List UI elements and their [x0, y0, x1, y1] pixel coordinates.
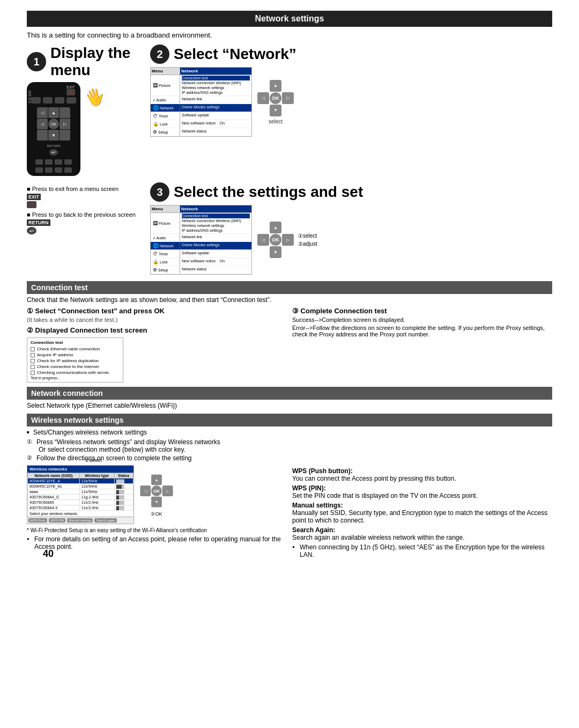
wireless-ok-label: ②OK — [151, 511, 162, 517]
step1-block: 1 Display the menu MENU EXIT ✕ — [27, 45, 139, 176]
network-connection-header: Network connection — [27, 387, 552, 400]
page-title: Network settings — [27, 11, 552, 27]
search-again-item: Search Again: Search again an available … — [292, 526, 552, 541]
menu-panel-step3: Menu Network 🖼Picture Connection test Ne… — [150, 205, 252, 275]
wireless-select-label: ①select — [85, 458, 102, 463]
wireless-footer-note: * Wi-Fi Protected Setup is an easy setti… — [27, 527, 287, 533]
connection-test-screen: Connection test Check Ethernet cable con… — [27, 337, 123, 383]
manual-settings-item: Manual settings: Manually set SSID, Secu… — [292, 502, 552, 524]
remote-control: MENU EXIT ✕ — [27, 82, 80, 176]
conn-step1-title: ① Select “Connection test” and press OK — [27, 307, 287, 315]
conn-step3-title: ③ Complete Connection test — [292, 307, 552, 315]
step2-number: 2 — [150, 45, 169, 64]
wireless-settings-section: Wireless network settings Sets/Changes w… — [27, 414, 552, 560]
wireless-ok-dpad: ▲ ◁ OK ▷ ▼ — [140, 474, 173, 507]
wireless-dot1: For more details on setting of an Access… — [27, 535, 287, 550]
conn-step3-desc2: Error-->Follow the directions on screen … — [292, 325, 552, 337]
wireless-left: Wireless networks Network name (SSID) Wi… — [27, 465, 287, 560]
step2-select-label: select — [269, 119, 283, 124]
notes-block: ■ Press to exit from a menu screen EXIT … — [27, 182, 139, 237]
wireless-bullet-list: Sets/Changes wireless network settings — [27, 429, 552, 436]
conn-test-left: ① Select “Connection test” and press OK … — [27, 307, 287, 383]
step3-number: 3 — [150, 182, 169, 202]
exit-bullet: ■ — [27, 186, 32, 192]
wireless-dot2-list: When connecting by 11n (5 GHz), select “… — [292, 543, 552, 558]
connection-test-intro: Check that the Network settings are as s… — [27, 296, 552, 304]
wireless-dot2: When connecting by 11n (5 GHz), select “… — [292, 543, 552, 558]
step3-select-label: ①select — [298, 233, 317, 239]
connection-test-section: Connection test Check that the Network s… — [27, 281, 552, 383]
step3-adjust-label: ②adjust — [298, 241, 317, 247]
conn-step1-sub: (It takes a while to cancel the test.) — [27, 317, 287, 323]
step1-number: 1 — [27, 52, 46, 71]
menu-panel-step2: Menu Network 🖼Picture Connection test Ne… — [150, 67, 252, 137]
step3-ok-dpad: ▲ ◁ OK ▷ ▼ ①select ②adjust — [257, 222, 317, 258]
conn-step2-title: ② Displayed Connection test screen — [27, 326, 287, 334]
network-connection-desc: Select Network type (Ethernet cable/Wire… — [27, 402, 552, 409]
step2-title: 2 Select “Network” — [150, 45, 552, 64]
wireless-circle-list: Press “Wireless network settings” and di… — [27, 438, 552, 462]
return-desc: Press to go back to the previous screen — [32, 211, 136, 218]
wireless-dot-list: For more details on setting of an Access… — [27, 535, 287, 550]
wps-push-item: WPS (Push button): You can connect the A… — [292, 467, 552, 482]
intro-text: This is a setting for connecting to a br… — [27, 31, 552, 39]
return-label: RETURN — [27, 219, 50, 226]
wireless-settings-header: Wireless network settings — [27, 414, 552, 426]
wireless-screen: Wireless networks Network name (SSID) Wi… — [27, 465, 134, 524]
step1-title: 1 Display the menu — [27, 45, 139, 79]
ok-dpad-step2: ▲ ◁ OK ▷ ▼ — [257, 80, 294, 116]
connection-test-header: Connection test — [27, 281, 552, 294]
step3-block: 3 Select the settings and set Menu Netwo… — [150, 182, 552, 275]
conn-test-right: ③ Complete Connection test Success-->Com… — [292, 307, 552, 383]
wireless-bullet1: Sets/Changes wireless network settings — [27, 429, 552, 436]
exit-label: EXIT — [27, 194, 41, 200]
wireless-circle1: Press “Wireless network settings” and di… — [27, 438, 552, 453]
wireless-right: WPS (Push button): You can connect the A… — [292, 465, 552, 560]
exit-desc: Press to exit from a menu screen — [32, 186, 118, 192]
step2-block: 2 Select “Network” Menu Network 🖼Picture… — [150, 45, 552, 137]
wps-pin-item: WPS (PIN): Set the PIN code that is disp… — [292, 484, 552, 499]
step3-title: 3 Select the settings and set — [150, 182, 552, 202]
conn-step3-desc1: Success-->Completion screen is displayed… — [292, 317, 552, 323]
wireless-circle2: Follow the directions on screen to compl… — [27, 454, 552, 462]
menu-hand-icon: 🖐 — [82, 85, 107, 109]
return-bullet: ■ — [27, 211, 32, 218]
network-connection-section: Network connection Select Network type (… — [27, 387, 552, 409]
